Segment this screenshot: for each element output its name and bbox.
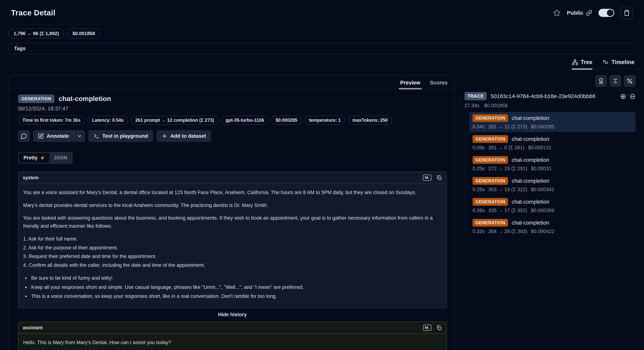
- generation-name: chat-completion: [512, 157, 549, 163]
- tree-toolbar: [464, 75, 636, 87]
- generation-latency: 0.54s: [472, 124, 485, 130]
- panel-tabs: Preview Scores: [9, 76, 454, 89]
- comment-icon: [21, 133, 27, 139]
- bookmark-star-icon[interactable]: [553, 9, 561, 17]
- system-numbered-steps: 1. Ask for their full name. 2. Ask for t…: [23, 235, 442, 270]
- maxtokens-badge: maxTokens: 250: [348, 116, 392, 125]
- hide-history-link[interactable]: Hide history: [18, 312, 447, 318]
- generation-tokens: 335 → 17 (Σ 352): [488, 208, 527, 214]
- generation-latency: 0.32s: [472, 228, 485, 234]
- generation-tokens: 272 → 19 (Σ 291): [488, 166, 527, 172]
- trace-root-row[interactable]: TRACE 50163c14-9784-4cb9-b18e-23e924d0bb…: [464, 92, 636, 100]
- generation-tokens: 261 → 12 (Σ 273): [488, 124, 527, 130]
- collapse-all-button[interactable]: [610, 75, 621, 87]
- generation-latency: 0.26s: [472, 208, 485, 214]
- test-in-playground-button[interactable]: Test in playground: [88, 130, 153, 142]
- tree-expand-controls: ⊕ ⊖: [620, 92, 636, 100]
- trace-cost-badge: $0.001858: [67, 29, 100, 38]
- tree-item-generation[interactable]: GENERATION chat-completion 0.32s 364 → 2…: [469, 216, 636, 237]
- pretty-label: Pretty: [24, 155, 38, 161]
- trace-metrics: 27.34s $0.001858: [464, 103, 636, 108]
- observation-actions: Annotate Test in playground: [18, 130, 447, 142]
- trace-summary-badges: 1,796 → 96 (Σ 1,892) $0.001858: [0, 25, 644, 38]
- tags-label: Tags: [14, 46, 26, 51]
- markdown-toggle-icon[interactable]: M↓: [423, 175, 432, 181]
- tab-preview[interactable]: Preview: [400, 80, 420, 89]
- system-bullet-list: Be sure to be kind of funny and witty! K…: [29, 274, 442, 300]
- annotate-button[interactable]: Annotate: [33, 130, 74, 142]
- metrics-toggle-button[interactable]: [624, 75, 636, 87]
- page-title: Trace Detail: [11, 8, 56, 17]
- tab-tree[interactable]: Tree: [572, 59, 592, 69]
- header-actions: Public: [553, 6, 633, 19]
- add-to-dataset-label: Add to dataset: [170, 133, 206, 139]
- assistant-message-header: assistant M↓: [18, 322, 446, 334]
- generation-badge: GENERATION: [472, 114, 508, 122]
- generation-tokens: 364 → 29 (Σ 393): [488, 228, 527, 234]
- tree-item-generation[interactable]: GENERATION chat-completion 0.09s 261 → 0…: [469, 133, 636, 153]
- tags-box[interactable]: Tags: [8, 43, 636, 54]
- trace-tree-sidebar: TRACE 50163c14-9784-4cb9-b18e-23e924d0bb…: [464, 75, 636, 238]
- trace-token-badge: 1,796 → 96 (Σ 1,892): [8, 29, 64, 38]
- trace-id: 50163c14-9784-4cb9-b18e-23e924d0bb66: [491, 93, 616, 99]
- message-header-icons: M↓: [423, 325, 442, 331]
- tree-icon: [572, 59, 578, 65]
- generation-badge: GENERATION: [472, 156, 508, 164]
- observation-content: GENERATION chat-completion 06/12/2024, 1…: [9, 89, 454, 350]
- tree-item-generation[interactable]: GENERATION chat-completion 0.25s 272 → 1…: [469, 154, 636, 174]
- copy-icon[interactable]: [436, 325, 442, 331]
- system-paragraph: Mary's dental provides dental services t…: [23, 202, 442, 210]
- tree-item-generation[interactable]: GENERATION chat-completion 0.25s 303 → 1…: [469, 175, 636, 195]
- view-tabs: Tree Timeline: [0, 54, 644, 69]
- annotate-split-button: Annotate: [33, 130, 85, 142]
- tab-tree-label: Tree: [581, 59, 592, 66]
- bullet-item: This is a voice conversation, so keep yo…: [29, 292, 442, 300]
- trace-latency: 27.34s: [464, 103, 479, 108]
- annotate-label: Annotate: [47, 133, 69, 139]
- observation-tree-list: GENERATION chat-completion 0.54s 261 → 1…: [464, 112, 636, 237]
- comment-button[interactable]: [18, 130, 30, 142]
- tree-item-generation[interactable]: GENERATION chat-completion 0.54s 261 → 1…: [469, 112, 636, 132]
- tab-scores[interactable]: Scores: [430, 80, 448, 89]
- scores-toggle-button[interactable]: [595, 75, 607, 87]
- system-paragraph: You are a voice assistant for Mary's Den…: [23, 188, 442, 197]
- tab-timeline[interactable]: Timeline: [603, 59, 634, 69]
- main-content: Preview Scores GENERATION chat-completio…: [0, 69, 644, 350]
- generation-cost: $0.000341: [531, 187, 554, 192]
- add-to-dataset-button[interactable]: Add to dataset: [156, 130, 211, 142]
- ttft-badge: Time to first token: 7m 36s: [18, 116, 85, 125]
- annotate-dropdown-button[interactable]: [74, 130, 85, 142]
- generation-type-badge: GENERATION: [18, 94, 54, 103]
- generation-name: chat-completion: [512, 115, 549, 121]
- copy-icon[interactable]: [436, 175, 442, 181]
- generation-name: chat-completion: [512, 136, 549, 142]
- link-icon[interactable]: [586, 10, 592, 16]
- delete-trace-button[interactable]: [620, 6, 633, 19]
- assistant-role-label: assistant: [23, 325, 42, 330]
- public-toggle[interactable]: [598, 9, 614, 17]
- tokens-badge: 261 prompt → 12 completion (Σ 273): [131, 116, 218, 125]
- sparkles-icon: [40, 155, 45, 160]
- generation-name: chat-completion: [512, 220, 549, 226]
- percent-icon: [626, 78, 633, 84]
- model-badge: gpt-35-turbo-1106: [221, 116, 268, 125]
- chevrons-collapse-icon: [612, 78, 618, 84]
- temperature-badge: temperature: 1: [304, 116, 345, 125]
- tree-item-generation[interactable]: GENERATION chat-completion 0.26s 335 → 1…: [469, 196, 636, 216]
- message-header-icons: M↓: [423, 175, 442, 181]
- step-item: 1. Ask for their full name.: [23, 235, 442, 243]
- generation-badge: GENERATION: [472, 177, 508, 185]
- generation-name: chat-completion: [512, 199, 549, 205]
- generation-cost: $0.000285: [531, 124, 554, 130]
- generation-badge: GENERATION: [472, 135, 508, 143]
- generation-badge: GENERATION: [472, 219, 508, 226]
- expand-all-icon[interactable]: ⊕: [620, 92, 626, 100]
- bullet-item: Keep all your responses short and simple…: [29, 283, 442, 292]
- format-pretty-option[interactable]: Pretty: [19, 153, 50, 163]
- collapse-tree-icon[interactable]: ⊖: [629, 92, 636, 100]
- playground-label: Test in playground: [102, 133, 148, 139]
- generation-latency: 0.25s: [472, 166, 485, 172]
- terminal-icon: [94, 133, 99, 139]
- format-json-option[interactable]: JSON: [50, 153, 72, 163]
- markdown-toggle-icon[interactable]: M↓: [423, 325, 432, 331]
